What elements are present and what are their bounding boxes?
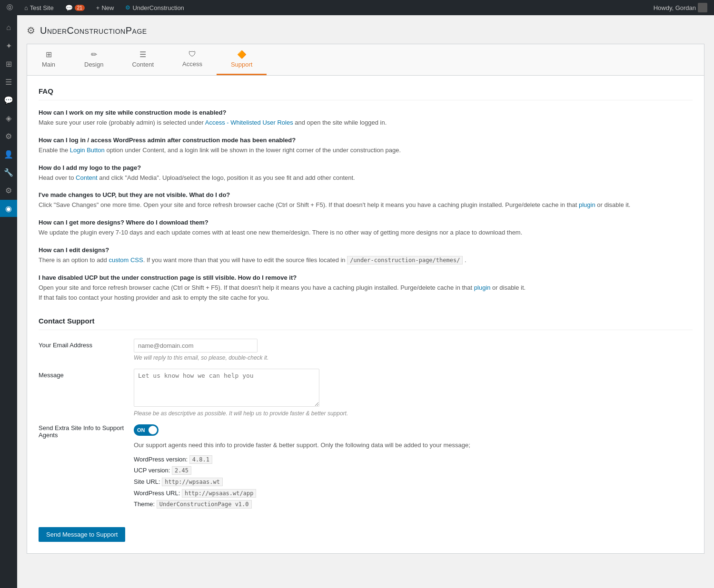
ucp-version-value: 2.45 — [172, 466, 191, 475]
tab-access[interactable]: 🛡 Access — [168, 44, 217, 75]
sidebar-item-tools[interactable]: 🔧 — [0, 164, 17, 181]
faq-answer-7: Open your site and force refresh browser… — [39, 283, 693, 303]
site-name: Test Site — [30, 4, 54, 11]
ucp-plugin-button[interactable]: ⚙ UnderConstruction — [122, 0, 187, 15]
tab-main[interactable]: ⊞ Main — [27, 44, 70, 75]
tab-support[interactable]: 🔶 Support — [217, 44, 267, 75]
wp-version-label: WordPress version: — [134, 456, 188, 463]
theme-label: Theme: — [134, 500, 155, 508]
faq-item-7: I have disabled UCP but the under constr… — [39, 274, 693, 303]
faq-link-plugin-2[interactable]: plugin — [474, 284, 491, 291]
faq-answer-5: We update the plugin every 7-10 days and… — [39, 228, 693, 238]
tab-content-icon: ☰ — [139, 50, 146, 59]
sidebar-item-posts[interactable]: ✦ — [0, 37, 17, 54]
new-label: New — [101, 4, 114, 11]
faq-question-5: How can I get more designs? Where do I d… — [39, 219, 693, 226]
ucp-plugin-name: UnderConstruction — [132, 4, 184, 11]
ucp-version-label: UCP version: — [134, 467, 170, 474]
faq-link-whitelisted[interactable]: Access - Whitelisted User Roles — [205, 119, 293, 126]
email-control-wrap: We will reply to this email, so please, … — [134, 339, 693, 361]
site-url-value: http://wpsaas.wt — [162, 478, 223, 486]
message-row: Message Please be as descriptive as poss… — [39, 369, 693, 417]
email-row: Your Email Address We will reply to this… — [39, 339, 693, 361]
message-control-wrap: Please be as descriptive as possible. It… — [134, 369, 693, 417]
plus-icon: + — [96, 4, 100, 11]
site-name-button[interactable]: ⌂ Test Site — [21, 0, 57, 15]
contact-section-title: Contact Support — [39, 317, 693, 330]
tab-access-icon: 🛡 — [188, 50, 196, 59]
wp-url-label: WordPress URL: — [134, 490, 180, 497]
faq-question-2: How can I log in / access WordPress admi… — [39, 137, 693, 144]
tab-main-icon: ⊞ — [46, 50, 52, 59]
send-message-button[interactable]: Send Message to Support — [39, 527, 125, 542]
wp-logo-button[interactable]: ⓪ — [4, 0, 16, 15]
tab-access-label: Access — [182, 60, 202, 68]
sidebar-item-media[interactable]: ⊞ — [0, 55, 17, 72]
wp-version-value: 4.8.1 — [189, 455, 212, 464]
howdy-button[interactable]: Howdy, Gordan — [651, 0, 710, 15]
faq-item-5: How can I get more designs? Where do I d… — [39, 219, 693, 238]
theme-value: UnderConstructionPage v1.0 — [157, 500, 252, 509]
faq-link-content[interactable]: Content — [76, 174, 98, 181]
sidebar-item-appearance[interactable]: ◈ — [0, 109, 17, 127]
faq-item-2: How can I log in / access WordPress admi… — [39, 137, 693, 156]
tab-support-icon: 🔶 — [237, 50, 247, 59]
tab-main-label: Main — [42, 61, 55, 68]
faq-link-custom-css[interactable]: custom CSS — [109, 256, 143, 264]
extra-info-toggle[interactable]: ON — [134, 424, 159, 436]
toggle-wrap: ON — [134, 424, 693, 436]
sidebar-item-users[interactable]: 👤 — [0, 146, 17, 163]
sidebar-item-plugins[interactable]: ⚙ — [0, 127, 17, 145]
message-textarea[interactable] — [134, 369, 319, 407]
faq-section: FAQ How can I work on my site while cons… — [39, 87, 693, 303]
faq-answer-3: Head over to Content and click "Add Medi… — [39, 173, 693, 183]
message-label: Message — [39, 369, 134, 417]
main-content: ⚙ UnderConstructionPage ⊞ Main ✏ Design … — [17, 15, 714, 588]
faq-question-6: How can I edit designs? — [39, 246, 693, 254]
ucp-tabs: ⊞ Main ✏ Design ☰ Content 🛡 Access 🔶 Sup… — [27, 44, 704, 76]
site-url-label: Site URL: — [134, 478, 160, 485]
comments-icon: 💬 — [65, 4, 73, 11]
avatar — [698, 3, 707, 12]
tab-design-label: Design — [84, 61, 103, 68]
home-icon: ⌂ — [24, 4, 28, 11]
tab-support-label: Support — [231, 61, 253, 68]
email-hint: We will reply to this email, so please, … — [134, 354, 693, 361]
page-title: UnderConstructionPage — [40, 25, 147, 36]
faq-answer-6: There is an option to add custom CSS. If… — [39, 255, 693, 265]
faq-link-plugin-1[interactable]: plugin — [579, 201, 595, 208]
faq-item-6: How can I edit designs? There is an opti… — [39, 246, 693, 265]
howdy-text: Howdy, Gordan — [654, 4, 696, 11]
extra-info-row: Send Extra Site Info to Support Agents O… — [39, 424, 693, 510]
message-hint: Please be as descriptive as possible. It… — [134, 410, 693, 417]
sidebar-item-pages[interactable]: ☰ — [0, 73, 17, 90]
tab-content[interactable]: ☰ Content — [118, 44, 168, 75]
sidebar-item-settings[interactable]: ⚙ — [0, 182, 17, 199]
extra-info-control-wrap: ON Our support agents need this info to … — [134, 424, 693, 510]
contact-section: Contact Support Your Email Address We wi… — [39, 317, 693, 541]
faq-question-1: How can I work on my site while construc… — [39, 109, 693, 116]
page-title-wrap: ⚙ UnderConstructionPage — [27, 25, 704, 36]
comments-button[interactable]: 💬 21 — [62, 0, 88, 15]
new-content-button[interactable]: + New — [93, 0, 117, 15]
tab-design[interactable]: ✏ Design — [70, 44, 118, 75]
wp-url-value: http://wpsaas.wt/app — [182, 489, 257, 498]
faq-link-login-button[interactable]: Login Button — [70, 147, 105, 154]
toggle-knob — [149, 426, 157, 434]
email-label: Your Email Address — [39, 339, 134, 361]
faq-answer-1: Make sure your user role (probably admin… — [39, 118, 693, 128]
tab-content-label: Content — [132, 61, 154, 68]
faq-answer-4: Click "Save Changes" one more time. Open… — [39, 200, 693, 210]
faq-question-4: I've made changes to UCP, but they are n… — [39, 191, 693, 198]
sidebar-item-dashboard[interactable]: ⌂ — [0, 19, 17, 36]
wp-logo-icon: ⓪ — [7, 3, 13, 12]
sidebar-item-ucp[interactable]: ◉ — [0, 200, 17, 217]
admin-sidebar: ⌂ ✦ ⊞ ☰ 💬 ◈ ⚙ 👤 🔧 ⚙ ◉ — [0, 15, 17, 588]
site-info-block: Our support agents need this info to pro… — [134, 440, 693, 510]
faq-section-title: FAQ — [39, 87, 693, 100]
extra-info-text: Our support agents need this info to pro… — [134, 440, 693, 451]
faq-item-1: How can I work on my site while construc… — [39, 109, 693, 128]
sidebar-item-comments[interactable]: 💬 — [0, 91, 17, 108]
admin-bar: ⓪ ⌂ Test Site 💬 21 + New ⚙ UnderConstruc… — [0, 0, 714, 15]
email-input[interactable] — [134, 339, 258, 353]
